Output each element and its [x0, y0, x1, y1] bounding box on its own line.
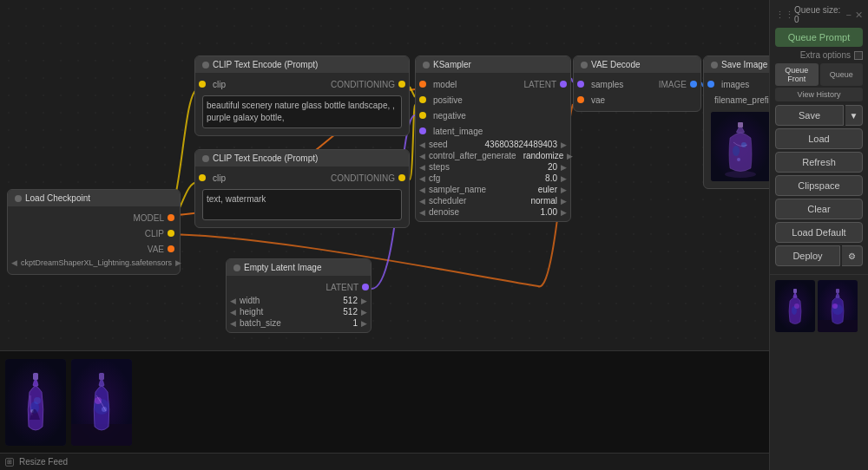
bottle-svg-1 [711, 112, 769, 181]
save-dropdown-button[interactable]: ▼ [845, 105, 863, 126]
queue-tabs: Queue Front Queue [775, 63, 863, 86]
bottom-image-strip [0, 350, 769, 453]
checkpoint-file: ckptDreamShaperXL_Lightning.safetensors [17, 258, 175, 267]
height-value: 512 [339, 307, 361, 317]
extra-options-label: Extra options [800, 50, 851, 60]
batch-value: 1 [349, 318, 361, 328]
node-ksampler-title: KSampler [433, 60, 471, 69]
cag-value: randomize [520, 151, 568, 160]
minimize-icon[interactable]: − [846, 10, 852, 21]
clip-output-port [168, 230, 174, 237]
clip1-text-area[interactable]: beautiful scenery nature glass bottle la… [202, 95, 402, 128]
deploy-button[interactable]: Deploy [775, 245, 840, 266]
node-clip1-header: CLIP Text Encode (Prompt) [195, 56, 409, 73]
vae-samples-label: samples [588, 80, 659, 89]
node-vae-decode: VAE Decode samples IMAGE vae [573, 55, 701, 112]
node-vaedecode-header: VAE Decode [574, 56, 700, 73]
steps-right[interactable]: ▶ [561, 163, 567, 172]
sampler-left[interactable]: ◀ [419, 186, 425, 194]
svg-rect-14 [33, 373, 38, 380]
extra-options-row: Extra options [775, 50, 863, 60]
sampler-right[interactable]: ▶ [561, 186, 567, 194]
denoise-left[interactable]: ◀ [419, 208, 425, 217]
sampler-label: sampler_name [425, 185, 535, 194]
clear-button[interactable]: Clear [775, 199, 863, 219]
tab-queue[interactable]: Queue [820, 63, 864, 86]
clip2-port-label: clip [209, 173, 331, 183]
refresh-button[interactable]: Refresh [775, 152, 863, 173]
height-left[interactable]: ◀ [230, 308, 236, 317]
canvas-area[interactable]: Load Checkpoint MODEL CLIP VAE ◀ ckptDre… [0, 0, 769, 470]
deploy-btn-row: Deploy ⚙ [775, 245, 863, 266]
rp-bottle-svg-2 [818, 280, 858, 332]
node-vaedecode-title: VAE Decode [591, 60, 641, 69]
save-btn-row: Save ▼ [775, 105, 863, 126]
tab-queue-front[interactable]: Queue Front [775, 63, 819, 86]
batch-label: batch_size [236, 318, 349, 328]
node-empty-latent: Empty Latent Image LATENT ◀ width 512 ▶ … [226, 258, 372, 333]
scheduler-right[interactable]: ▶ [561, 197, 567, 206]
steps-left[interactable]: ◀ [419, 163, 425, 172]
seed-left[interactable]: ◀ [419, 140, 425, 149]
batch-left[interactable]: ◀ [230, 319, 236, 328]
batch-right[interactable]: ▶ [361, 319, 367, 328]
svg-point-16 [34, 397, 41, 404]
save-button[interactable]: Save [775, 105, 844, 126]
clip2-text-area[interactable]: text, watermark [202, 189, 402, 220]
vae-vae-label: vae [588, 95, 605, 105]
ksampler-model-label: model [430, 80, 457, 89]
model-output-port [168, 214, 174, 221]
queue-header-actions: − ✕ [846, 10, 863, 21]
extra-options-checkbox[interactable] [854, 51, 863, 60]
rp-thumb-1 [775, 280, 815, 332]
cfg-right[interactable]: ▶ [561, 174, 567, 183]
load-button[interactable]: Load [775, 128, 863, 149]
cag-right[interactable]: ▶ [567, 152, 573, 160]
node-latent-header: Empty Latent Image [227, 259, 371, 276]
resize-feed-bar[interactable]: ⊞ Resize Feed [0, 453, 769, 470]
seed-right[interactable]: ▶ [561, 140, 567, 149]
queue-size-label: Queue size: 0 [794, 5, 846, 24]
latent-output-label: LATENT [326, 283, 358, 292]
width-label: width [236, 296, 339, 305]
denoise-right[interactable]: ▶ [561, 208, 567, 217]
cfg-value: 8.0 [542, 173, 561, 183]
scheduler-left[interactable]: ◀ [419, 197, 425, 206]
svg-point-32 [832, 304, 838, 309]
node-clip-text-1: CLIP Text Encode (Prompt) clip CONDITION… [194, 55, 410, 136]
right-panel-top: ⋮⋮ Queue size: 0 − ✕ Queue Prompt Extra … [770, 0, 868, 275]
node-ksampler: KSampler model LATENT positive negative … [415, 55, 571, 222]
resize-handle-icon[interactable]: ⊞ [5, 458, 14, 467]
vae-samples-port [577, 81, 584, 88]
sampler-value: euler [535, 185, 561, 194]
saveimage-images-label: images [718, 80, 749, 89]
width-right[interactable]: ▶ [361, 297, 367, 305]
svg-point-27 [794, 304, 799, 309]
width-value: 512 [339, 296, 361, 305]
cfg-left[interactable]: ◀ [419, 174, 425, 183]
steps-label: steps [425, 162, 544, 172]
view-history-button[interactable]: View History [775, 88, 863, 101]
close-icon[interactable]: ✕ [855, 10, 863, 21]
width-left[interactable]: ◀ [230, 297, 236, 305]
svg-rect-30 [836, 289, 839, 293]
load-default-button[interactable]: Load Default [775, 222, 863, 243]
vae-vae-port [577, 96, 584, 103]
clip-label: CLIP [145, 229, 164, 238]
file-left-arrow[interactable]: ◀ [11, 258, 17, 267]
queue-prompt-button[interactable]: Queue Prompt [775, 28, 863, 47]
node-ksampler-header: KSampler [416, 56, 570, 73]
clip1-output-port [398, 81, 405, 88]
ksampler-positive-label: positive [430, 95, 463, 105]
clipspace-button[interactable]: Clipspace [775, 175, 863, 196]
ksampler-negative-port [419, 112, 426, 119]
seed-value: 436803824489403 [482, 140, 561, 149]
cag-left[interactable]: ◀ [419, 152, 425, 160]
height-right[interactable]: ▶ [361, 308, 367, 317]
deploy-gear-button[interactable]: ⚙ [842, 245, 863, 266]
vae-image-output-port [690, 81, 697, 88]
svg-point-5 [737, 158, 740, 161]
clip1-text: beautiful scenery nature glass bottle la… [207, 101, 395, 122]
clip1-port-label: clip [209, 80, 331, 89]
file-right-arrow[interactable]: ▶ [175, 258, 181, 267]
